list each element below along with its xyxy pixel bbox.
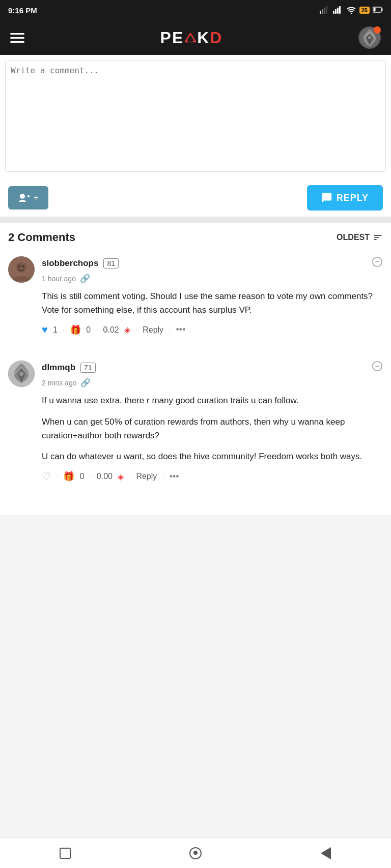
nav-home-button[interactable] [187,845,204,861]
reputation-badge-1: 81 [103,258,119,268]
comment-author-2[interactable]: dlmmqb [42,363,75,373]
link-icon-1[interactable]: 🔗 [80,274,90,283]
comment-text-2b: When u can get 50% of curation rewards f… [42,415,383,442]
menu-button[interactable] [10,33,24,43]
back-icon [321,847,331,859]
comment-content-1: slobberchops 81 1 hour ago 🔗 This is sti… [42,256,383,336]
link-icon-2[interactable]: 🔗 [80,378,91,387]
svg-rect-6 [337,8,339,14]
comment-time-2: 2 mins ago 🔗 [42,378,383,387]
wifi-icon [346,6,356,15]
heart-count-1: 1 [53,325,58,335]
nav-spacer [0,515,391,556]
comment-meta-1: slobberchops 81 [42,256,383,271]
reply-main-button[interactable]: REPLY [307,185,383,211]
status-bar: 9:16 PM 25 [0,0,391,20]
sort-label: OLDEST [337,233,370,242]
svg-point-15 [368,36,371,39]
heart-icon-1[interactable]: ♥ [42,324,48,336]
comment-actions-2: ♡ · 🎁 0 · 0.00 ◈ · Reply · ••• [42,470,383,483]
svg-point-26 [19,372,23,376]
comments-count: 2 Comments [8,231,75,244]
svg-rect-11 [374,8,376,11]
more-menu-2[interactable]: ••• [170,471,179,482]
user-avatar[interactable] [358,26,381,49]
comment-time-1: 1 hour ago 🔗 [42,274,383,283]
app-logo: PE KD [160,28,223,47]
more-menu-1[interactable]: ••• [176,324,186,335]
reputation-badge-2: 71 [80,363,96,373]
comment-item-2: dlmmqb 71 2 mins ago 🔗 If u wanna use ex… [8,361,383,493]
svg-rect-4 [333,11,334,14]
nav-bar [0,837,391,868]
circle-icon [189,847,202,859]
circle-inner-icon [193,851,198,855]
signal-icon [320,6,330,15]
reply-link-2[interactable]: Reply [136,472,157,481]
textarea-section [0,55,391,179]
reply-link-1[interactable]: Reply [143,325,163,335]
comment-input[interactable] [5,60,386,172]
svg-rect-1 [322,9,323,14]
add-user-button[interactable]: + [8,186,48,209]
svg-rect-3 [326,6,327,14]
comments-section: 2 Comments OLDEST slobberchops 81 [0,223,391,515]
gift-count-1: 0 [86,325,91,335]
comment-author-1[interactable]: slobberchops [42,258,98,268]
svg-point-8 [351,13,352,14]
svg-rect-0 [320,11,321,14]
notification-badge [374,26,381,34]
signal2-icon [333,6,343,15]
action-buttons: + REPLY [0,179,391,217]
hive-icon-1: ◈ [124,325,130,335]
comment-text-1: This is still comment voting. Should I u… [42,289,383,317]
gift-icon-2[interactable]: 🎁 [63,471,74,482]
comment-avatar-2[interactable] [8,361,35,387]
svg-rect-2 [324,8,325,14]
svg-rect-10 [382,8,383,11]
svg-point-21 [18,265,20,267]
hive-icon-2: ◈ [118,472,124,482]
comment-avatar-1[interactable] [8,256,35,283]
comment-collapse-2[interactable] [372,361,383,375]
heart-icon-2[interactable]: ♡ [42,470,51,483]
nav-back-button[interactable] [318,845,334,861]
value-2: 0.00 [97,472,113,481]
nav-square-button[interactable] [57,845,73,861]
comment-text-2a: If u wanna use extra, there r many good … [42,394,383,407]
reply-main-label: REPLY [337,193,369,203]
battery-badge: 25 [359,7,370,14]
square-icon [60,848,71,859]
comment-time-text-1: 1 hour ago [42,275,76,283]
comment-collapse-1[interactable] [372,256,383,271]
add-user-label: + [34,193,38,202]
comment-actions-1: ♥ 1 · 🎁 0 · 0.02 ◈ · Reply · ••• [42,324,383,336]
battery-icon [373,7,383,14]
svg-point-16 [20,194,25,199]
status-time: 9:16 PM [8,6,37,15]
gift-icon-1[interactable]: 🎁 [70,324,81,336]
sort-control[interactable]: OLDEST [337,232,383,243]
value-1: 0.02 [103,325,119,335]
comment-time-text-2: 2 mins ago [42,379,76,387]
comment-meta-2: dlmmqb 71 [42,361,383,375]
svg-rect-7 [339,6,341,14]
gift-count-2: 0 [79,472,84,481]
comments-header: 2 Comments OLDEST [8,231,383,244]
svg-point-20 [16,262,26,273]
comment-text-2c: U can do whatever u want, so does the hi… [42,450,383,463]
svg-rect-5 [335,9,337,14]
status-icons: 25 [320,6,383,15]
comment-content-2: dlmmqb 71 2 mins ago 🔗 If u wanna use ex… [42,361,383,483]
comment-item-1: slobberchops 81 1 hour ago 🔗 This is sti… [8,256,383,346]
app-header: PE KD [0,20,391,55]
section-divider [0,217,391,223]
svg-point-22 [22,265,24,267]
